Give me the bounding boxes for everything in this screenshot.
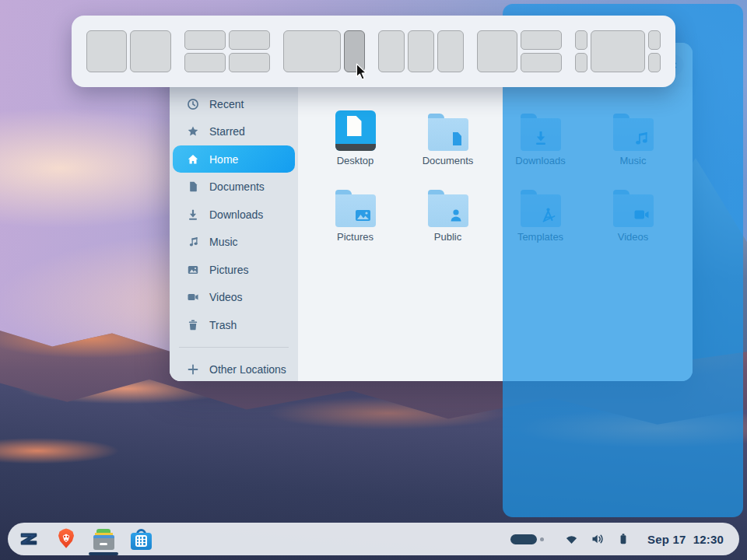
- plus-icon: [187, 363, 199, 376]
- layout-option-grid-2x2: [184, 30, 270, 72]
- folder-label: Public: [434, 231, 461, 243]
- sidebar-item-pictures[interactable]: Pictures: [173, 256, 295, 283]
- wifi-icon[interactable]: [565, 534, 578, 545]
- sidebar: Recent Starred Home: [170, 87, 298, 381]
- layout-tile[interactable]: [229, 30, 270, 50]
- layout-option-left-column-right-rows: [477, 30, 562, 72]
- volume-icon[interactable]: [591, 533, 604, 545]
- brave-icon: [54, 527, 78, 551]
- music-note-icon: [187, 236, 199, 248]
- layout-tile[interactable]: [648, 30, 661, 50]
- public-folder-icon: [428, 190, 468, 227]
- sidebar-item-recent[interactable]: Recent: [173, 90, 295, 117]
- folder-label: Desktop: [337, 155, 374, 166]
- workspace-indicator-dot[interactable]: [540, 537, 544, 541]
- sidebar-item-documents[interactable]: Documents: [173, 173, 295, 201]
- folder-label: Pictures: [337, 231, 374, 243]
- sidebar-item-label: Music: [209, 236, 238, 248]
- layout-option-center-wide-side-strips: [575, 30, 661, 72]
- clock[interactable]: Sep 17 12:30: [647, 533, 724, 546]
- sidebar-item-label: Recent: [209, 98, 244, 110]
- layout-tile[interactable]: [521, 53, 562, 72]
- files-app-button[interactable]: [90, 526, 117, 552]
- video-camera-icon: [187, 291, 199, 303]
- window-tiling-popup: [72, 16, 675, 87]
- sidebar-item-label: Downloads: [209, 208, 263, 221]
- files-app-icon: [93, 529, 114, 550]
- zorin-menu-button[interactable]: [16, 526, 42, 552]
- layout-tile[interactable]: [437, 30, 464, 72]
- folder-item-pictures[interactable]: Pictures: [309, 184, 402, 260]
- desktop-folder-icon: [335, 110, 376, 151]
- layout-tile[interactable]: [184, 53, 226, 72]
- sidebar-item-label: Other Locations: [209, 363, 286, 376]
- workspace-indicator-pill[interactable]: [510, 534, 537, 544]
- clock-icon: [187, 98, 199, 110]
- layout-tile[interactable]: [229, 53, 270, 72]
- trash-icon: [187, 319, 199, 331]
- sidebar-item-label: Trash: [209, 319, 237, 331]
- zorin-logo-icon: [17, 527, 40, 551]
- sidebar-item-home[interactable]: Home: [173, 145, 295, 173]
- sidebar-item-label: Documents: [209, 180, 265, 193]
- software-store-button[interactable]: [128, 526, 154, 552]
- sidebar-item-label: Pictures: [209, 264, 249, 276]
- layout-tile[interactable]: [591, 30, 645, 72]
- layout-tile[interactable]: [521, 30, 562, 50]
- sidebar-item-label: Starred: [209, 125, 245, 138]
- layout-option-wide-left-narrow-right: [283, 30, 365, 72]
- layout-tile[interactable]: [477, 30, 517, 72]
- sidebar-item-starred[interactable]: Starred: [173, 118, 295, 145]
- sidebar-item-trash[interactable]: Trash: [173, 311, 295, 338]
- folder-label: Documents: [423, 155, 474, 166]
- sidebar-item-other-locations[interactable]: Other Locations: [173, 355, 295, 381]
- desktop-screen: × Recent Starred: [0, 0, 747, 560]
- layout-tile[interactable]: [283, 30, 341, 72]
- taskbar: Sep 17 12:30: [8, 523, 739, 555]
- battery-icon[interactable]: [617, 533, 630, 545]
- layout-tile[interactable]: [86, 30, 127, 72]
- star-icon: [187, 125, 199, 138]
- layout-tile[interactable]: [648, 53, 661, 72]
- layout-tile[interactable]: [575, 30, 587, 50]
- layout-tile[interactable]: [408, 30, 434, 72]
- layout-tile[interactable]: [575, 53, 587, 72]
- sidebar-item-music[interactable]: Music: [173, 229, 295, 256]
- date-text: Sep 17: [647, 533, 686, 546]
- layout-tile[interactable]: [378, 30, 405, 72]
- layout-option-three-columns: [378, 30, 464, 72]
- folder-item-documents[interactable]: Documents: [402, 107, 494, 184]
- documents-folder-icon: [428, 114, 468, 151]
- folder-item-public[interactable]: Public: [402, 184, 494, 260]
- sidebar-item-label: Videos: [209, 291, 243, 303]
- mouse-cursor: [356, 63, 368, 81]
- time-text: 12:30: [693, 533, 724, 546]
- home-icon: [187, 153, 199, 166]
- download-icon: [187, 208, 199, 221]
- sidebar-item-label: Home: [209, 153, 238, 166]
- sidebar-item-downloads[interactable]: Downloads: [173, 201, 295, 228]
- layout-option-two-columns: [86, 30, 171, 72]
- software-store-icon: [131, 529, 152, 550]
- document-icon: [187, 180, 199, 193]
- image-icon: [187, 264, 199, 276]
- active-app-indicator: [89, 552, 118, 555]
- pictures-folder-icon: [335, 190, 376, 227]
- brave-browser-button[interactable]: [53, 526, 79, 552]
- layout-tile[interactable]: [130, 30, 171, 72]
- folder-item-desktop[interactable]: Desktop: [309, 107, 402, 184]
- sidebar-item-videos[interactable]: Videos: [173, 284, 295, 311]
- sidebar-separator: [179, 347, 289, 348]
- layout-tile[interactable]: [184, 30, 226, 50]
